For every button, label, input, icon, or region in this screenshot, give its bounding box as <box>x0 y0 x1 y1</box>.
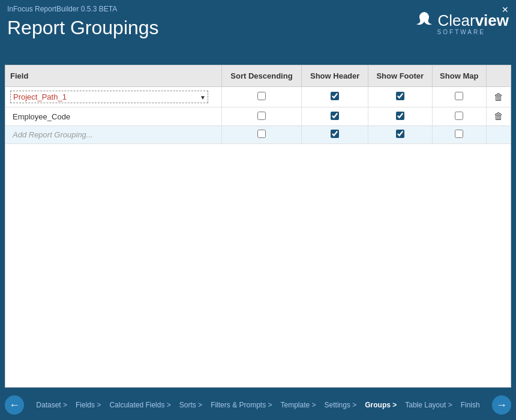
show-map-cell <box>432 126 487 144</box>
col-show-map: Show Map <box>432 65 487 87</box>
field-text-2: Employee_Code <box>10 111 73 122</box>
sort-desc-checkbox-3[interactable] <box>257 130 266 138</box>
prev-button[interactable]: ← <box>5 395 24 415</box>
sort-desc-cell <box>221 107 302 126</box>
nav-settings[interactable]: Settings > <box>321 398 361 412</box>
title-bar: InFocus ReportBuilder 0.5.3 BETA Report … <box>0 0 516 65</box>
show-map-cell <box>432 87 487 107</box>
show-footer-checkbox-2[interactable] <box>396 112 404 120</box>
title-bar-left: InFocus ReportBuilder 0.5.3 BETA Report … <box>7 5 159 39</box>
table-row: Project_Path_1 ▼ 🗑 <box>5 87 511 107</box>
main-content: Field Sort Descending Show Header Show F… <box>5 65 511 388</box>
sort-desc-checkbox-2[interactable] <box>257 112 266 120</box>
app-name: InFocus ReportBuilder 0.5.3 BETA <box>7 5 159 13</box>
bottom-nav: ← Dataset > Fields > Calculated Fields >… <box>0 390 516 420</box>
col-actions <box>487 65 511 87</box>
show-map-cell <box>432 107 487 126</box>
nav-finish[interactable]: Finish <box>457 398 484 412</box>
nav-dataset[interactable]: Dataset > <box>32 398 71 412</box>
select-wrapper: Project_Path_1 ▼ <box>10 91 208 103</box>
field-cell-placeholder: Add Report Grouping... <box>5 126 221 144</box>
show-header-checkbox-3[interactable] <box>331 130 339 138</box>
field-dropdown-1[interactable]: Project_Path_1 <box>10 91 208 103</box>
table-row: Employee_Code 🗑 <box>5 107 511 126</box>
show-footer-checkbox-1[interactable] <box>396 92 404 100</box>
nav-filters[interactable]: Filters & Prompts > <box>207 398 275 412</box>
close-button[interactable]: ✕ <box>502 5 509 14</box>
logo-inner: Clearview <box>413 10 509 31</box>
col-show-header: Show Header <box>302 65 368 87</box>
nav-calculated-fields[interactable]: Calculated Fields > <box>106 398 174 412</box>
show-header-cell <box>302 87 368 107</box>
sort-desc-checkbox-1[interactable] <box>257 92 266 100</box>
show-map-checkbox-2[interactable] <box>455 112 463 120</box>
show-map-checkbox-3[interactable] <box>455 130 463 138</box>
sort-desc-cell <box>221 87 302 107</box>
groupings-table: Field Sort Descending Show Header Show F… <box>5 65 511 144</box>
delete-cell: 🗑 <box>487 87 511 107</box>
show-footer-cell <box>368 107 432 126</box>
logo-text: Clearview <box>437 11 509 30</box>
next-button[interactable]: → <box>492 395 511 415</box>
delete-button-2[interactable]: 🗑 <box>491 111 506 122</box>
field-cell: Project_Path_1 ▼ <box>5 87 221 107</box>
show-header-checkbox-1[interactable] <box>331 92 339 100</box>
show-footer-cell <box>368 87 432 107</box>
logo-area: Clearview SOFTWARE <box>413 10 509 35</box>
delete-button-1[interactable]: 🗑 <box>491 92 506 103</box>
nav-template[interactable]: Template > <box>277 398 319 412</box>
logo-sub: SOFTWARE <box>437 29 485 35</box>
field-cell: Employee_Code <box>5 107 221 126</box>
page-title: Report Groupings <box>7 17 159 39</box>
show-footer-checkbox-3[interactable] <box>396 130 404 138</box>
sort-desc-cell <box>221 126 302 144</box>
show-footer-cell <box>368 126 432 144</box>
nav-fields[interactable]: Fields > <box>72 398 104 412</box>
show-header-checkbox-2[interactable] <box>331 112 339 120</box>
delete-cell-empty <box>487 126 511 144</box>
show-header-cell <box>302 107 368 126</box>
col-sort-desc: Sort Descending <box>221 65 302 87</box>
nav-groups[interactable]: Groups > <box>361 398 400 412</box>
nav-table-layout[interactable]: Table Layout > <box>401 398 455 412</box>
nav-items: Dataset > Fields > Calculated Fields > S… <box>24 398 492 412</box>
add-grouping-text[interactable]: Add Report Grouping... <box>10 129 95 140</box>
table-row-placeholder: Add Report Grouping... <box>5 126 511 144</box>
logo-bird-icon <box>413 10 435 31</box>
col-field: Field <box>5 65 221 87</box>
table-header-row: Field Sort Descending Show Header Show F… <box>5 65 511 87</box>
col-show-footer: Show Footer <box>368 65 432 87</box>
delete-cell: 🗑 <box>487 107 511 126</box>
show-map-checkbox-1[interactable] <box>455 92 463 100</box>
show-header-cell <box>302 126 368 144</box>
nav-sorts[interactable]: Sorts > <box>176 398 206 412</box>
